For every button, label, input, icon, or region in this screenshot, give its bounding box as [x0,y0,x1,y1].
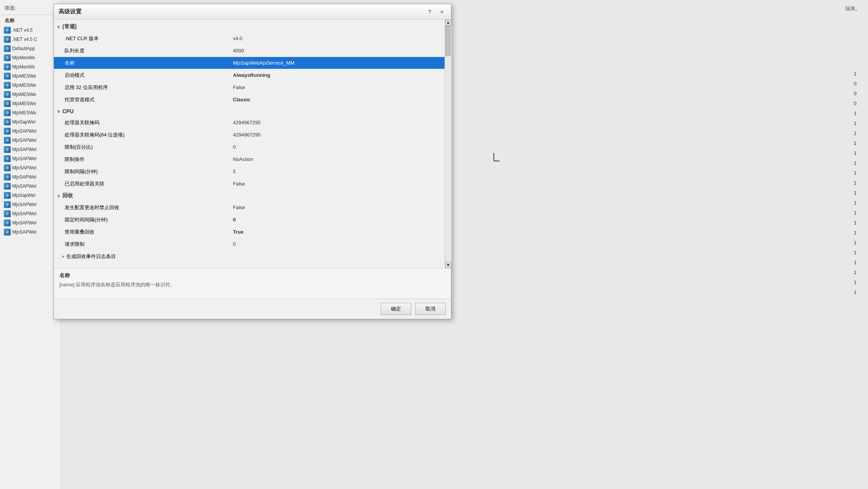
app-pool-icon: ⚙ [4,82,11,89]
setting-row[interactable]: 限制间隔(分钟)5 [54,166,445,178]
setting-name: 限制间隔(分钟) [65,168,233,175]
setting-value: False [233,84,441,90]
app-pool-icon: ⚙ [4,91,11,98]
sidebar-item-label: MjsSapWel [12,119,35,125]
sidebar-item[interactable]: ⚙MjsMESWe [2,71,60,81]
sidebar-item[interactable]: ⚙.NET v4.5 [2,26,60,35]
sidebar-item[interactable]: ⚙MjsSAPWel [2,163,60,172]
sidebar-item-label: MjsSAPWel [12,202,36,207]
app-pool-icon: ⚙ [4,210,11,217]
sidebar-item[interactable]: ⚙MjsMesWe [2,62,60,71]
setting-row[interactable]: 队列长度4000 [54,45,445,57]
sidebar-item[interactable]: ⚙MjsSAPWel [2,172,60,182]
section-header-cpu[interactable]: ∨CPU [54,106,445,117]
sidebar-item[interactable]: ⚙MjsSAPWel [2,227,60,237]
sidebar-item[interactable]: ⚙.NET v4.5 C [2,35,60,44]
sidebar-item-label: MjsSAPWel [12,165,36,171]
sidebar-item[interactable]: ⚙MjsMESWe [2,99,60,108]
sidebar-item[interactable]: ⚙MjsSAPWel [2,218,60,227]
scroll-thumb[interactable] [445,26,451,56]
cancel-button[interactable]: 取消 [415,303,446,315]
app-pool-icon: ⚙ [4,183,11,190]
setting-row[interactable]: 已启用处理器关联False [54,178,445,190]
sidebar-item[interactable]: ⚙MjsSapWel [2,117,60,127]
sidebar-item-label: MjsSAPWel [12,184,36,189]
list-item: 1 [854,238,857,248]
app-pool-icon: ⚙ [4,109,11,116]
scrollbar[interactable]: ▲ ▼ [445,19,451,268]
help-button[interactable]: ? [425,7,434,16]
list-item: 1 [854,178,857,188]
setting-row[interactable]: 禁用重叠回收True [54,226,445,238]
setting-row[interactable]: 限制操作NoAction [54,153,445,166]
info-description: [name] 应用程序池名称是应用程序池的唯一标识符。 [59,281,446,288]
setting-name: 托管管道模式 [65,96,233,103]
scroll-up-button[interactable]: ▲ [445,19,451,26]
setting-row[interactable]: 限制(百分比)0 [54,141,445,153]
list-item: 1 [854,268,857,278]
setting-row[interactable]: 请求限制0 [54,238,445,250]
scroll-track[interactable] [445,26,451,262]
setting-value: v4.0 [233,36,441,41]
sidebar-item-label: MjsMESWe [12,101,36,106]
setting-value: 0 [233,144,441,150]
app-pool-icon: ⚙ [4,63,11,70]
setting-name: 生成回收事件日志条目 [66,253,235,260]
list-item: 1 [854,109,857,119]
setting-row[interactable]: 托管管道模式Classic [54,94,445,106]
settings-list[interactable]: ∨(常规).NET CLR 版本v4.0队列长度4000名称MjsSapWebA… [54,19,445,268]
list-item: 1 [854,278,857,288]
sidebar-item-label: MjsMesWe [12,64,35,70]
sidebar-item[interactable]: ⚙MjsSAPWel [2,209,60,218]
sidebar-item-label: .NET v4.5 [12,28,33,33]
setting-row[interactable]: 处理器关联掩码4294967295 [54,117,445,129]
sidebar-item[interactable]: ⚙MjsSAPWel [2,136,60,145]
list-item: 1 [854,288,857,297]
sidebar-item-label: MjsMesWe [12,55,35,60]
advanced-settings-dialog: 高级设置 ? × ∨(常规).NET CLR 版本v4.0队列长度4000名称M… [54,4,451,319]
sidebar-item-label: .NET v4.5 C [12,37,37,42]
app-pool-icon: ⚙ [4,146,11,153]
setting-row[interactable]: 启用 32 位应用程序False [54,81,445,94]
setting-value: False [233,205,441,210]
close-button[interactable]: × [437,7,446,16]
sidebar-item[interactable]: ⚙DefaultApp [2,44,60,53]
setting-row[interactable]: 处理器关联掩码(64 位选项)4294967295 [54,129,445,141]
confirm-button[interactable]: 确定 [381,303,411,315]
setting-row[interactable]: 发生配置更改时禁止回收False [54,201,445,214]
section-header-recycle[interactable]: ∨回收 [54,190,445,201]
sidebar-item[interactable]: ⚙MjsMESWe [2,90,60,99]
sidebar-item[interactable]: ⚙MjsSAPWel [2,182,60,191]
list-item: 1 [854,198,857,208]
setting-row[interactable]: 启动模式AlwaysRunning [54,69,445,81]
setting-value: 4294967295 [233,132,441,138]
sidebar-item[interactable]: ⚙MjsSAPWel [2,154,60,163]
setting-row[interactable]: .NET CLR 版本v4.0 [54,32,445,45]
app-pool-icon: ⚙ [4,219,11,226]
section-header-general[interactable]: ∨(常规) [54,21,445,32]
sidebar-item[interactable]: ⚙MjsSapWel [2,191,60,200]
sidebar-item[interactable]: ⚙MjsSAPWel [2,127,60,136]
app-pool-icon: ⚙ [4,155,11,162]
scroll-down-button[interactable]: ▼ [445,262,451,268]
dialog-title: 高级设置 [59,8,81,15]
setting-row-collapsed[interactable]: >生成回收事件日志条目 [54,250,445,263]
setting-name: 限制(百分比) [65,144,233,151]
setting-row[interactable]: 名称MjsSapWebApiService_MM [54,57,445,69]
app-pool-icon: ⚙ [4,73,11,80]
dialog-controls: ? × [425,7,446,16]
sidebar-item[interactable]: ⚙MjsSAPWel [2,145,60,154]
setting-row[interactable]: 固定时间间隔(分钟)0 [54,214,445,226]
sidebar-item-label: MjsSAPWel [12,147,36,152]
chevron-right-icon: > [62,254,64,259]
setting-value: False [233,181,441,187]
setting-name: 启用 32 位应用程序 [65,84,233,91]
sidebar-item[interactable]: ⚙MjsMESWe [2,81,60,90]
sidebar-item[interactable]: ⚙MjsSAPWel [2,200,60,209]
right-numbers-column: 10001111111111111111111 [854,69,857,297]
sidebar-item[interactable]: ⚙MjsMESWe [2,108,60,117]
setting-value: 4294967295 [233,120,441,125]
setting-value: AlwaysRunning [233,72,441,78]
sidebar-item[interactable]: ⚙MjsMesWe [2,53,60,62]
sidebar-item-label: MjsSAPWel [12,174,36,180]
